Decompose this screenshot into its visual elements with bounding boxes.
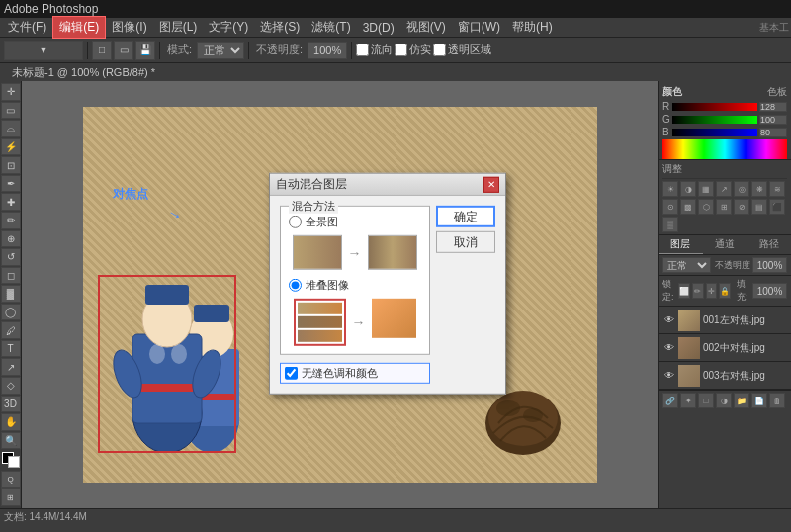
fill-input[interactable] [752, 283, 787, 299]
blend-mode-select[interactable]: 正常 [662, 257, 711, 273]
seamless-checkbox[interactable] [285, 367, 298, 380]
tool-pen[interactable]: 🖊 [1, 321, 21, 339]
blue-input[interactable] [759, 128, 787, 137]
tab-channels[interactable]: 通道 [703, 235, 747, 254]
tool-history-brush[interactable]: ↺ [1, 248, 21, 266]
add-mask-btn[interactable]: □ [698, 393, 714, 408]
red-bar[interactable] [672, 103, 757, 111]
menu-layer[interactable]: 图层(L) [153, 17, 204, 38]
adj-brightness[interactable]: ☀ [662, 181, 678, 197]
tool-text[interactable]: T [1, 340, 21, 358]
menu-image[interactable]: 图像(I) [106, 17, 152, 38]
menu-text[interactable]: 文字(Y) [203, 17, 254, 38]
new-layer-btn[interactable]: 📄 [751, 393, 767, 408]
panorama-radio[interactable] [289, 216, 302, 228]
adj-invert[interactable]: ⊘ [734, 199, 749, 215]
foreground-bg-colors[interactable] [2, 452, 20, 468]
color-spectrum[interactable] [662, 139, 787, 159]
adj-vibrance[interactable]: ❋ [751, 181, 767, 197]
menu-select[interactable]: 选择(S) [254, 17, 306, 38]
delete-layer-btn[interactable]: 🗑 [769, 393, 785, 408]
tool-lasso[interactable]: ⌓ [1, 120, 21, 137]
tool-path-select[interactable]: ↗ [1, 358, 21, 376]
opacity-input[interactable] [308, 42, 347, 59]
adj-bw[interactable]: ▩ [680, 199, 696, 215]
layer-item-001[interactable]: 👁 001左对焦.jpg [659, 307, 791, 334]
lock-transparent-btn[interactable]: ⬜ [678, 283, 690, 299]
lock-brush-btn[interactable]: ✏ [692, 283, 704, 299]
link-layers-btn[interactable]: 🔗 [662, 393, 678, 408]
menu-view[interactable]: 视图(V) [400, 17, 452, 38]
tool-rect-select[interactable]: ▭ [1, 102, 21, 120]
mode-select[interactable]: 正常 [197, 42, 244, 59]
adj-exposure[interactable]: ◎ [734, 181, 749, 197]
tool-dodge[interactable]: ◯ [1, 304, 21, 321]
tab-paths[interactable]: 路径 [747, 235, 791, 254]
flow-checkbox[interactable]: 流向 [356, 43, 393, 57]
blue-bar[interactable] [672, 129, 757, 136]
tool-brush[interactable]: ✏ [1, 212, 21, 229]
adj-channel-mixer[interactable]: ⊞ [716, 199, 732, 215]
layer-item-002[interactable]: 👁 002中对焦.jpg [659, 334, 791, 362]
menu-filter[interactable]: 滤镜(T) [306, 17, 356, 38]
tool-eraser[interactable]: ◻ [1, 267, 21, 285]
menu-3d[interactable]: 3D(D) [357, 19, 400, 37]
tool-quick-mask[interactable]: Q [1, 471, 21, 488]
adj-hsl[interactable]: ≋ [769, 181, 785, 197]
menu-edit[interactable]: 编辑(E) [52, 16, 106, 39]
tool-screen-mode[interactable]: ⊞ [1, 488, 21, 506]
new-doc-btn[interactable]: □ [92, 41, 112, 60]
layers-tabs: 图层 通道 路径 [659, 235, 791, 255]
layer-eye-001[interactable]: 👁 [662, 313, 676, 327]
adj-gradient-map[interactable]: ▒ [662, 217, 678, 232]
layer-eye-002[interactable]: 👁 [662, 341, 676, 355]
tool-move[interactable]: ✛ [1, 83, 21, 101]
tool-3d[interactable]: 3D [1, 396, 21, 413]
tool-shape[interactable]: ◇ [1, 377, 21, 395]
open-btn[interactable]: ▭ [114, 41, 133, 60]
tool-eyedropper[interactable]: ✒ [1, 175, 21, 193]
tool-hand[interactable]: ✋ [1, 413, 21, 431]
menu-help[interactable]: 帮助(H) [506, 17, 559, 38]
save-btn[interactable]: 💾 [135, 41, 155, 60]
tool-gradient[interactable]: ▓ [1, 285, 21, 303]
lock-all-btn[interactable]: 🔒 [719, 283, 731, 299]
menu-window[interactable]: 窗口(W) [452, 17, 506, 38]
adj-contrast[interactable]: ◑ [680, 181, 696, 197]
tool-clone[interactable]: ⊕ [1, 230, 21, 248]
toolbar-arrow-btn[interactable]: ▼ [4, 41, 83, 60]
layer-item-003[interactable]: 👁 003右对焦.jpg [659, 362, 791, 390]
green-input[interactable] [759, 115, 787, 125]
add-group-btn[interactable]: 📁 [734, 393, 749, 408]
menu-bar: 文件(F) 编辑(E) 图像(I) 图层(L) 文字(Y) 选择(S) 滤镜(T… [0, 18, 791, 38]
dialog-close-btn[interactable]: ✕ [483, 176, 499, 192]
green-bar[interactable] [672, 116, 757, 124]
tool-zoom[interactable]: 🔍 [1, 432, 21, 450]
stack-radio[interactable] [289, 279, 302, 292]
adj-photo-filter[interactable]: ⬡ [698, 199, 714, 215]
tab-layers[interactable]: 图层 [659, 235, 703, 254]
adj-posterize[interactable]: ▤ [751, 199, 767, 215]
ok-button[interactable]: 确定 [436, 206, 495, 227]
adj-levels[interactable]: ▦ [698, 181, 714, 197]
tool-heal[interactable]: ✚ [1, 193, 21, 211]
adj-color-balance[interactable]: ⊙ [662, 199, 678, 215]
adj-curves[interactable]: ↗ [716, 181, 732, 197]
red-input[interactable] [759, 102, 787, 112]
adj-threshold[interactable]: ⬛ [769, 199, 785, 215]
layer-eye-003[interactable]: 👁 [662, 369, 676, 383]
menu-file[interactable]: 文件(F) [2, 17, 52, 38]
add-adjustment-btn[interactable]: ◑ [716, 393, 732, 408]
document-tab[interactable]: 未标题-1 @ 100% (RGB/8#) * [4, 65, 163, 80]
cancel-button[interactable]: 取消 [436, 231, 495, 253]
tool-magic-wand[interactable]: ⚡ [1, 138, 21, 156]
opacity-input-layers[interactable] [752, 257, 787, 273]
add-style-btn[interactable]: ✦ [680, 393, 696, 408]
lock-position-btn[interactable]: ✛ [706, 283, 718, 299]
smooth-checkbox[interactable]: 仿实 [395, 43, 431, 57]
clear-checkbox[interactable]: 透明区域 [433, 43, 491, 57]
tool-crop[interactable]: ⊡ [1, 156, 21, 174]
layer-name-001: 001左对焦.jpg [703, 313, 787, 327]
layer-thumb-001 [678, 310, 700, 331]
opacity-label-layers: 不透明度 [715, 259, 750, 272]
